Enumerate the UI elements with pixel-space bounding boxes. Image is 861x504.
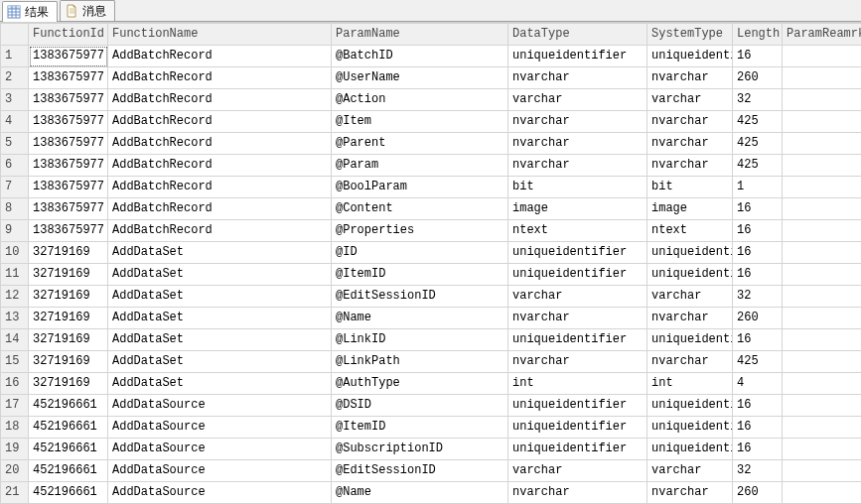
cell[interactable]: @BatchID: [332, 46, 508, 67]
cell[interactable]: 425: [733, 351, 783, 373]
table-row[interactable]: 1132719169AddDataSet@ItemIDuniqueidentif…: [1, 264, 862, 286]
cell[interactable]: AddDataSet: [108, 286, 332, 308]
col-header[interactable]: FunctionId: [29, 24, 108, 46]
cell[interactable]: 260: [733, 482, 783, 504]
cell[interactable]: nvarchar: [647, 111, 733, 133]
cell[interactable]: AddBatchRecord: [108, 89, 332, 111]
cell[interactable]: varchar: [647, 89, 733, 111]
table-row[interactable]: 51383675977AddBatchRecord@Parentnvarchar…: [1, 133, 862, 155]
table-row[interactable]: 1432719169AddDataSet@LinkIDuniqueidentif…: [1, 329, 862, 351]
table-row[interactable]: 17452196661AddDataSource@DSIDuniqueident…: [1, 395, 862, 417]
row-number[interactable]: 10: [1, 242, 29, 264]
cell[interactable]: bit: [647, 177, 733, 198]
cell[interactable]: 32719169: [29, 329, 108, 351]
table-row[interactable]: 71383675977AddBatchRecord@BoolParambitbi…: [1, 177, 862, 198]
cell[interactable]: ntext: [647, 220, 733, 242]
cell[interactable]: AddDataSet: [108, 373, 332, 395]
cell[interactable]: AddBatchRecord: [108, 133, 332, 155]
cell[interactable]: @DSID: [332, 395, 508, 417]
cell[interactable]: AddBatchRecord: [108, 46, 332, 67]
cell[interactable]: 452196661: [29, 395, 108, 417]
cell[interactable]: 32: [733, 286, 783, 308]
cell[interactable]: int: [647, 373, 733, 395]
cell[interactable]: @LinkPath: [332, 351, 508, 373]
cell[interactable]: uniqueidentifier: [647, 242, 733, 264]
row-number[interactable]: 21: [1, 482, 29, 504]
table-row[interactable]: 31383675977AddBatchRecord@Actionvarcharv…: [1, 89, 862, 111]
cell[interactable]: [783, 351, 862, 373]
row-number[interactable]: 14: [1, 329, 29, 351]
cell[interactable]: varchar: [647, 460, 733, 482]
cell[interactable]: @Param: [332, 155, 508, 177]
cell[interactable]: 32719169: [29, 373, 108, 395]
cell[interactable]: @Properties: [332, 220, 508, 242]
cell[interactable]: AddDataSource: [108, 482, 332, 504]
cell[interactable]: AddDataSet: [108, 242, 332, 264]
cell[interactable]: 16: [733, 242, 783, 264]
cell[interactable]: 260: [733, 67, 783, 89]
row-number[interactable]: 20: [1, 460, 29, 482]
cell[interactable]: 16: [733, 46, 783, 67]
table-row[interactable]: 81383675977AddBatchRecord@Contentimageim…: [1, 198, 862, 220]
cell[interactable]: @Name: [332, 482, 508, 504]
col-header[interactable]: Length: [733, 24, 783, 46]
cell[interactable]: 425: [733, 111, 783, 133]
cell[interactable]: @AuthType: [332, 373, 508, 395]
cell[interactable]: @LinkID: [332, 329, 508, 351]
row-number[interactable]: 8: [1, 198, 29, 220]
row-number[interactable]: 17: [1, 395, 29, 417]
row-number[interactable]: 1: [1, 46, 29, 67]
cell[interactable]: [783, 460, 862, 482]
cell[interactable]: 1383675977: [29, 220, 108, 242]
row-number[interactable]: 19: [1, 439, 29, 460]
col-header[interactable]: ParamReamrk: [783, 24, 862, 46]
cell[interactable]: [783, 482, 862, 504]
cell[interactable]: @EditSessionID: [332, 460, 508, 482]
row-number[interactable]: 13: [1, 308, 29, 329]
table-row[interactable]: 41383675977AddBatchRecord@Itemnvarcharnv…: [1, 111, 862, 133]
cell[interactable]: [783, 286, 862, 308]
cell[interactable]: @UserName: [332, 67, 508, 89]
cell[interactable]: 4: [733, 373, 783, 395]
cell[interactable]: 260: [733, 308, 783, 329]
cell[interactable]: @BoolParam: [332, 177, 508, 198]
row-number[interactable]: 2: [1, 67, 29, 89]
tab-results[interactable]: 结果: [2, 1, 58, 22]
cell[interactable]: 32: [733, 460, 783, 482]
cell[interactable]: bit: [508, 177, 647, 198]
table-row[interactable]: 18452196661AddDataSource@ItemIDuniqueide…: [1, 417, 862, 439]
cell[interactable]: nvarchar: [647, 351, 733, 373]
cell[interactable]: uniqueidentifier: [647, 264, 733, 286]
cell[interactable]: uniqueidentifier: [508, 329, 647, 351]
cell[interactable]: 16: [733, 439, 783, 460]
cell[interactable]: 16: [733, 198, 783, 220]
cell[interactable]: 16: [733, 264, 783, 286]
cell[interactable]: 16: [733, 417, 783, 439]
table-row[interactable]: 1532719169AddDataSet@LinkPathnvarcharnva…: [1, 351, 862, 373]
cell[interactable]: 32719169: [29, 308, 108, 329]
cell[interactable]: 32: [733, 89, 783, 111]
cell[interactable]: @EditSessionID: [332, 286, 508, 308]
cell[interactable]: AddBatchRecord: [108, 67, 332, 89]
cell[interactable]: [783, 177, 862, 198]
table-row[interactable]: 11383675977AddBatchRecord@BatchIDuniquei…: [1, 46, 862, 67]
cell[interactable]: AddDataSource: [108, 460, 332, 482]
cell[interactable]: nvarchar: [647, 308, 733, 329]
cell[interactable]: 425: [733, 155, 783, 177]
cell[interactable]: AddDataSet: [108, 351, 332, 373]
cell[interactable]: @ItemID: [332, 417, 508, 439]
cell[interactable]: @Parent: [332, 133, 508, 155]
table-row[interactable]: 1332719169AddDataSet@Namenvarcharnvarcha…: [1, 308, 862, 329]
cell[interactable]: 1383675977: [29, 177, 108, 198]
cell[interactable]: [783, 89, 862, 111]
cell[interactable]: uniqueidentifier: [508, 417, 647, 439]
cell[interactable]: 452196661: [29, 482, 108, 504]
cell[interactable]: 32719169: [29, 242, 108, 264]
cell[interactable]: 32719169: [29, 286, 108, 308]
cell[interactable]: 1: [733, 177, 783, 198]
cell[interactable]: [783, 111, 862, 133]
cell[interactable]: @Action: [332, 89, 508, 111]
results-grid-scroll[interactable]: FunctionId FunctionName ParamName DataTy…: [0, 22, 861, 504]
cell[interactable]: nvarchar: [508, 482, 647, 504]
cell[interactable]: nvarchar: [647, 133, 733, 155]
